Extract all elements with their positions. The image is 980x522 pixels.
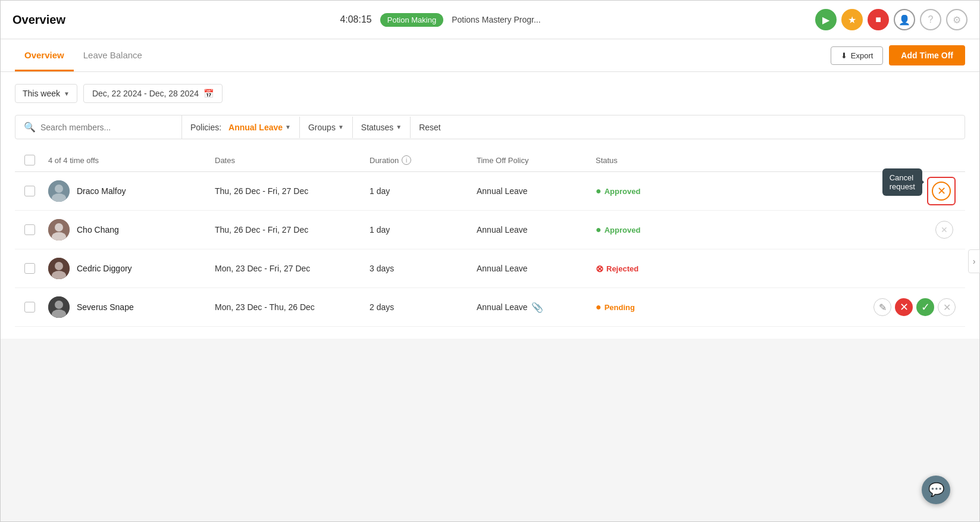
row-dates-3: Mon, 23 Dec - Fri, 27 Dec	[215, 264, 370, 273]
statuses-dropdown-arrow: ▼	[396, 124, 402, 130]
header-name: 4 of 4 time offs	[48, 156, 215, 165]
week-dropdown-arrow: ▼	[64, 90, 70, 97]
tabs: Overview Leave Balance	[15, 40, 152, 71]
row-actions-4: ✎ ✕ ✓ ✕	[873, 298, 956, 316]
table-row: Cho Chang Thu, 26 Dec - Fri, 27 Dec 1 da…	[15, 211, 965, 249]
rejected-icon: ⊗	[596, 263, 603, 274]
cancel-request-tooltip: Cancelrequest	[882, 168, 922, 196]
calendar-icon: 📅	[203, 89, 214, 98]
row-name-4: Severus Snape	[48, 296, 215, 318]
table-header: 4 of 4 time offs Dates Duration i Time O…	[15, 149, 965, 172]
search-icon: 🔍	[24, 121, 36, 133]
row-check-3	[24, 263, 48, 274]
row-duration-2: 1 day	[370, 225, 477, 235]
tab-overview[interactable]: Overview	[15, 40, 74, 71]
help-icon[interactable]: ?	[920, 9, 941, 30]
download-icon: ⬇	[841, 51, 847, 60]
svg-point-10	[55, 301, 63, 309]
table-row: Cedric Diggory Mon, 23 Dec - Fri, 27 Dec…	[15, 249, 965, 288]
policies-filter[interactable]: Policies: Annual Leave ▼	[182, 117, 300, 138]
row-check-2	[24, 224, 48, 235]
date-range[interactable]: Dec, 22 2024 - Dec, 28 2024 📅	[83, 84, 223, 103]
header-dates: Dates	[215, 156, 370, 165]
right-expand-arrow[interactable]: ›	[968, 249, 980, 273]
program-text: Potions Mastery Progr...	[452, 15, 540, 24]
row-duration-4: 2 days	[370, 302, 477, 312]
tabbar-actions: ⬇ Export Add Time Off	[831, 45, 965, 65]
chat-bubble[interactable]: 💬	[922, 476, 950, 504]
stop-icon[interactable]: ■	[868, 9, 889, 30]
current-time: 4:08:15	[340, 14, 371, 25]
row-duration-1: 1 day	[370, 186, 477, 196]
tab-leave-balance[interactable]: Leave Balance	[74, 40, 152, 71]
table-row: Draco Malfoy Thu, 26 Dec - Fri, 27 Dec 1…	[15, 172, 965, 211]
attachment-icon[interactable]: 📎	[531, 302, 543, 313]
groups-filter[interactable]: Groups ▼	[300, 117, 353, 138]
avatar-severus	[48, 296, 70, 318]
user-icon[interactable]: 👤	[894, 9, 915, 30]
row-dates-4: Mon, 23 Dec - Thu, 26 Dec	[215, 302, 370, 312]
row-dates-2: Thu, 26 Dec - Fri, 27 Dec	[215, 225, 370, 235]
add-time-off-button[interactable]: Add Time Off	[889, 45, 965, 65]
table-row: Severus Snape Mon, 23 Dec - Thu, 26 Dec …	[15, 288, 965, 327]
row-policy-1: Annual Leave	[477, 186, 596, 196]
svg-point-1	[55, 185, 63, 193]
header-status: Status	[596, 156, 956, 165]
reset-button[interactable]: Reset	[411, 117, 449, 138]
avatar-cho	[48, 219, 70, 240]
star-icon[interactable]: ★	[841, 9, 863, 30]
export-button[interactable]: ⬇ Export	[831, 46, 884, 65]
avatar-draco	[48, 180, 70, 202]
row-dates-1: Thu, 26 Dec - Fri, 27 Dec	[215, 186, 370, 196]
cancel-button-cho[interactable]: ✕	[935, 221, 953, 239]
cancel-request-highlight-box: ✕	[927, 177, 956, 205]
reject-button[interactable]: ✕	[895, 298, 913, 316]
topbar-center: 4:08:15 Potion Making Potions Mastery Pr…	[65, 13, 815, 27]
row-check-4	[24, 302, 48, 312]
row-name-3: Cedric Diggory	[48, 258, 215, 279]
row-check-1	[24, 186, 48, 196]
statuses-filter[interactable]: Statuses ▼	[353, 117, 411, 138]
row-policy-3: Annual Leave	[477, 264, 596, 273]
search-filter-bar: 🔍 Policies: Annual Leave ▼ Groups ▼ Stat…	[15, 115, 965, 139]
row-policy-2: Annual Leave	[477, 225, 596, 235]
week-selector[interactable]: This week ▼	[15, 84, 77, 103]
approved-icon: ●	[596, 186, 602, 196]
row-status-2: ● Approved	[596, 224, 956, 235]
row-status-3: ⊗ Rejected	[596, 263, 956, 274]
row-policy-4: Annual Leave 📎	[477, 302, 596, 313]
row-checkbox-4[interactable]	[24, 302, 35, 312]
pending-icon: ●	[596, 302, 602, 312]
cancel-request-button[interactable]: ✕	[929, 179, 953, 203]
main-content: This week ▼ Dec, 22 2024 - Dec, 28 2024 …	[1, 72, 979, 339]
search-box: 🔍	[15, 115, 182, 139]
edit-button[interactable]: ✎	[873, 298, 891, 316]
tabbar: Overview Leave Balance ⬇ Export Add Time…	[1, 39, 979, 72]
search-input[interactable]	[40, 123, 173, 132]
row-checkbox-2[interactable]	[24, 224, 35, 235]
svg-point-7	[55, 262, 63, 270]
approved-icon-2: ●	[596, 224, 602, 235]
cancel-button-severus[interactable]: ✕	[938, 298, 956, 316]
topbar-icons: ▶ ★ ■ 👤 ? ⚙	[815, 9, 968, 30]
duration-info-icon[interactable]: i	[402, 155, 411, 165]
topbar: Overview 4:08:15 Potion Making Potions M…	[1, 1, 979, 39]
svg-point-4	[55, 223, 63, 232]
time-off-table: 4 of 4 time offs Dates Duration i Time O…	[15, 149, 965, 327]
row-duration-3: 3 days	[370, 264, 477, 273]
app-title: Overview	[12, 13, 65, 27]
row-name-1: Draco Malfoy	[48, 180, 215, 202]
content-area: Overview Leave Balance ⬇ Export Add Time…	[1, 39, 979, 521]
select-all-checkbox[interactable]	[24, 155, 35, 165]
header-policy: Time Off Policy	[477, 156, 596, 165]
policies-dropdown-arrow: ▼	[285, 124, 291, 130]
row-checkbox-3[interactable]	[24, 263, 35, 274]
header-check	[24, 155, 48, 165]
video-icon[interactable]: ▶	[815, 9, 837, 30]
active-badge[interactable]: Potion Making	[380, 13, 443, 27]
avatar-cedric	[48, 258, 70, 279]
row-checkbox-1[interactable]	[24, 186, 35, 196]
approve-button[interactable]: ✓	[916, 298, 934, 316]
groups-dropdown-arrow: ▼	[338, 124, 344, 130]
settings-icon[interactable]: ⚙	[946, 9, 968, 30]
